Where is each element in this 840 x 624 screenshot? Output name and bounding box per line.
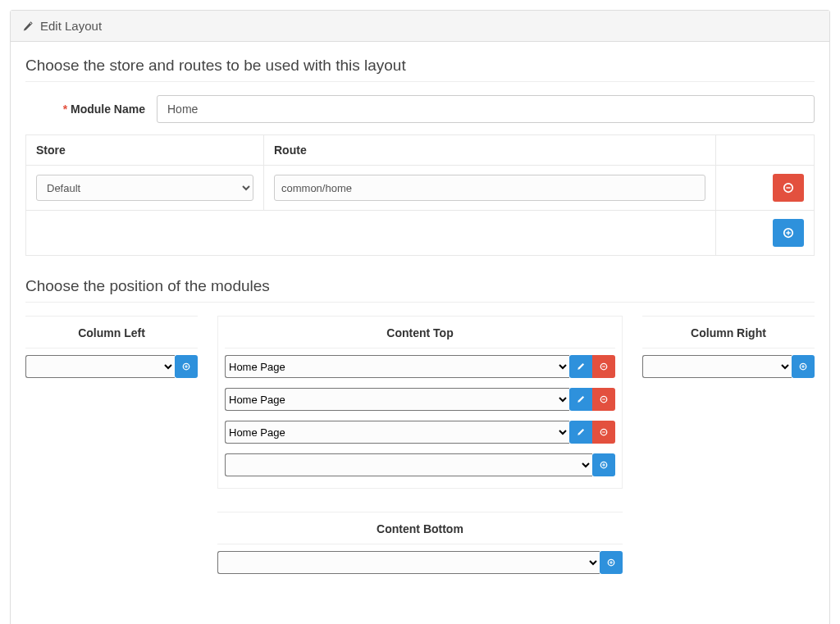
module-row: Home Page	[225, 421, 615, 444]
svg-rect-13	[602, 432, 605, 433]
remove-module-button[interactable]	[592, 421, 615, 444]
pencil-icon	[22, 20, 34, 32]
content-top: Content Top Home Page	[217, 316, 623, 489]
module-row: Home Page	[225, 388, 615, 411]
edit-module-button[interactable]	[569, 388, 592, 411]
module-select[interactable]: Home Page	[225, 388, 569, 411]
remove-module-button[interactable]	[592, 355, 615, 378]
module-name-row: * Module Name	[25, 95, 815, 123]
add-module-button[interactable]	[600, 551, 623, 574]
module-select[interactable]	[642, 355, 792, 378]
positions-row: Column Left	[25, 316, 815, 590]
module-select[interactable]	[225, 453, 592, 476]
pencil-icon	[577, 360, 585, 373]
remove-route-button[interactable]	[773, 174, 804, 202]
plus-circle-icon	[600, 458, 608, 471]
module-select[interactable]	[217, 551, 600, 574]
plus-circle-icon	[182, 360, 190, 373]
svg-rect-7	[186, 365, 187, 368]
column-left: Column Left	[25, 316, 198, 590]
content-top-title: Content Top	[225, 321, 615, 348]
column-right: Column Right	[642, 316, 815, 590]
module-row	[642, 355, 815, 378]
add-route-button[interactable]	[773, 219, 804, 247]
add-module-button[interactable]	[175, 355, 198, 378]
module-name-label: * Module Name	[25, 102, 157, 116]
svg-rect-22	[803, 365, 804, 368]
pencil-icon	[577, 393, 585, 406]
module-row	[25, 355, 198, 378]
panel-heading: Edit Layout	[11, 11, 829, 42]
plus-circle-icon	[607, 556, 615, 569]
edit-layout-panel: Edit Layout Choose the store and routes …	[10, 10, 830, 624]
content-bottom-title: Content Bottom	[217, 517, 623, 544]
minus-circle-icon	[783, 182, 794, 194]
minus-circle-icon	[600, 426, 608, 439]
module-row: Home Page	[225, 355, 615, 378]
content-center: Content Top Home Page	[217, 316, 623, 590]
panel-title: Edit Layout	[40, 19, 102, 33]
svg-rect-9	[602, 367, 605, 367]
add-module-button[interactable]	[792, 355, 815, 378]
module-row	[225, 453, 615, 476]
routes-header-action	[716, 135, 815, 166]
routes-legend: Choose the store and routes to be used w…	[25, 53, 815, 82]
svg-rect-19	[611, 561, 612, 564]
routes-header-route: Route	[264, 135, 716, 166]
positions-fieldset: Choose the position of the modules Colum…	[25, 274, 815, 590]
minus-circle-icon	[600, 393, 608, 406]
column-left-title: Column Left	[25, 321, 198, 348]
module-select[interactable]: Home Page	[225, 421, 569, 444]
route-input[interactable]	[274, 175, 705, 201]
edit-module-button[interactable]	[569, 421, 592, 444]
svg-rect-1	[786, 187, 790, 188]
module-select[interactable]	[25, 355, 175, 378]
module-select[interactable]: Home Page	[225, 355, 569, 378]
panel-body: Choose the store and routes to be used w…	[11, 42, 829, 624]
svg-rect-4	[788, 230, 788, 235]
content-bottom: Content Bottom	[217, 512, 623, 584]
routes-header-store: Store	[26, 135, 264, 166]
plus-circle-icon	[799, 360, 807, 373]
routes-row: Default	[26, 166, 815, 211]
store-select[interactable]: Default	[36, 175, 253, 201]
module-row	[217, 551, 623, 574]
edit-module-button[interactable]	[569, 355, 592, 378]
svg-rect-11	[602, 399, 605, 400]
minus-circle-icon	[600, 360, 608, 373]
positions-legend: Choose the position of the modules	[25, 274, 815, 303]
module-name-input[interactable]	[157, 95, 815, 123]
plus-circle-icon	[783, 227, 794, 239]
routes-add-row	[26, 211, 815, 256]
remove-module-button[interactable]	[592, 388, 615, 411]
column-right-title: Column Right	[642, 321, 815, 348]
svg-rect-16	[604, 463, 605, 467]
add-module-button[interactable]	[592, 453, 615, 476]
pencil-icon	[577, 426, 585, 439]
routes-table: Store Route Default	[25, 134, 815, 256]
routes-fieldset: Choose the store and routes to be used w…	[25, 53, 815, 256]
